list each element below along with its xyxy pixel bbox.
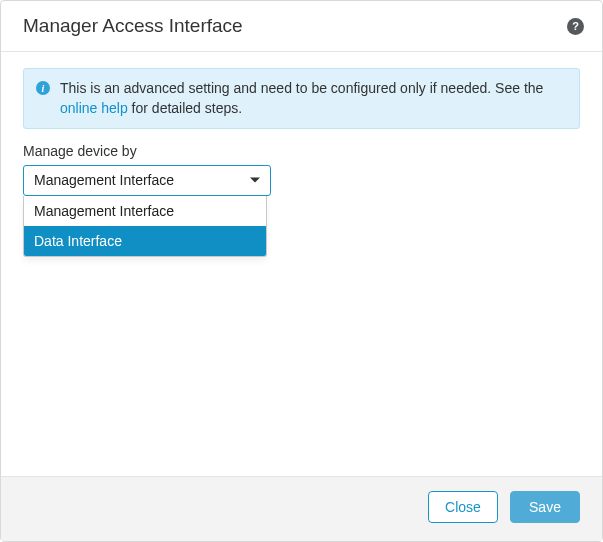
manage-device-field: Manage device by Management Interface Ma…	[23, 143, 580, 196]
modal-container: Manager Access Interface ? i This is an …	[0, 0, 603, 542]
info-icon: i	[36, 81, 50, 95]
modal-header: Manager Access Interface ?	[1, 1, 602, 52]
manage-device-label: Manage device by	[23, 143, 580, 159]
info-banner: i This is an advanced setting and need t…	[23, 68, 580, 129]
help-icon[interactable]: ?	[567, 18, 584, 35]
help-icon-glyph: ?	[572, 20, 579, 32]
info-text-after: for detailed steps.	[128, 100, 242, 116]
manage-device-dropdown: Management Interface Data Interface	[23, 196, 267, 257]
select-current-value: Management Interface	[34, 172, 174, 188]
modal-body: i This is an advanced setting and need t…	[1, 52, 602, 476]
dropdown-option-data-interface[interactable]: Data Interface	[24, 226, 266, 256]
manage-device-select-wrap: Management Interface Management Interfac…	[23, 165, 271, 196]
close-button[interactable]: Close	[428, 491, 498, 523]
info-text-before: This is an advanced setting and need to …	[60, 80, 543, 96]
dropdown-option-management-interface[interactable]: Management Interface	[24, 196, 266, 226]
save-button[interactable]: Save	[510, 491, 580, 523]
modal-footer: Close Save	[1, 476, 602, 541]
chevron-down-icon	[250, 178, 260, 183]
info-banner-text: This is an advanced setting and need to …	[60, 78, 567, 119]
page-title: Manager Access Interface	[23, 15, 243, 37]
manage-device-select[interactable]: Management Interface	[23, 165, 271, 196]
online-help-link[interactable]: online help	[60, 100, 128, 116]
